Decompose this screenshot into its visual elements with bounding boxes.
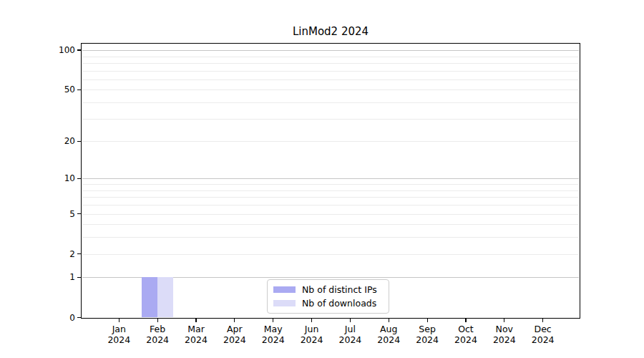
bar-downloads [157,277,173,317]
minor-gridline [82,237,579,238]
y-axis-tick-label: 100 [39,45,75,55]
y-axis-tick [77,178,81,179]
bar-distinct-ips [142,277,157,317]
y-axis-tick-label: 0 [39,313,75,323]
x-axis-tick [504,318,504,322]
major-gridline [82,50,579,51]
y-axis-tick [77,90,81,90]
y-axis-tick [77,253,81,254]
figure: LinMod2 2024 1005020105210Jan 2024Feb 20… [0,0,644,358]
legend-label-distinct-ips: Nb of distinct IPs [302,284,377,295]
minor-gridline [82,79,579,80]
x-axis-tick [234,318,235,322]
minor-gridline [82,190,579,191]
x-axis-tick [311,318,312,322]
chart-title: LinMod2 2024 [82,25,580,38]
downloads-swatch-icon [273,300,296,306]
x-axis-tick [542,318,543,322]
minor-gridline [82,71,579,72]
legend-label-downloads: Nb of downloads [302,298,376,309]
legend-item-downloads: Nb of downloads [273,298,383,309]
x-axis-tick [427,318,428,322]
y-axis-tick [77,141,81,142]
x-axis-tick [119,318,119,322]
distinct-ips-swatch-icon [273,286,296,293]
x-axis-tick [157,318,158,322]
minor-gridline [82,102,579,103]
x-axis-tick [195,318,196,322]
minor-gridline [82,90,579,90]
legend: Nb of distinct IPs Nb of downloads [267,279,389,314]
y-axis-tick-label: 5 [39,209,75,219]
minor-gridline [82,224,579,225]
minor-gridline [82,57,579,57]
minor-gridline [82,205,579,205]
minor-gridline [82,63,579,64]
minor-gridline [82,141,579,142]
y-axis-tick-label: 10 [39,173,75,183]
x-axis-tick [350,318,351,322]
y-axis-tick-label: 50 [39,84,75,95]
minor-gridline [82,119,579,120]
x-axis-tick-label: Dec 2024 [520,324,566,346]
minor-gridline [82,197,579,198]
major-gridline [82,178,579,179]
minor-gridline [82,184,579,185]
legend-item-distinct-ips: Nb of distinct IPs [273,284,383,295]
y-axis-tick-label: 1 [39,272,75,282]
x-axis-tick [273,318,273,322]
y-axis-tick [77,277,81,278]
y-axis-tick-label: 20 [39,136,75,146]
y-axis-tick-label: 2 [39,249,75,259]
y-axis-tick [77,49,81,50]
x-axis-tick [389,318,389,322]
minor-gridline [82,254,579,255]
y-axis-tick [77,317,81,318]
minor-gridline [82,214,579,215]
y-axis-tick [77,213,81,214]
x-axis-tick [465,318,466,322]
